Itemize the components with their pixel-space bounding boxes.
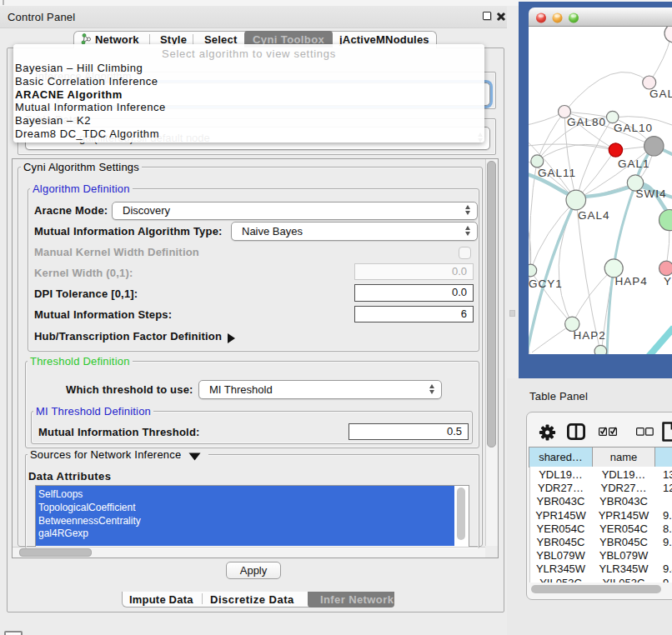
svg-text:SWI4: SWI4 [636,188,667,200]
svg-text:GAL11: GAL11 [538,167,576,179]
svg-text:YJ: YJ [664,275,672,288]
svg-text:GAL10: GAL10 [614,122,653,134]
svg-text:GCY1: GCY1 [529,278,563,290]
svg-text:GAL80: GAL80 [567,116,606,128]
svg-text:GAL2: GAL2 [649,88,672,100]
svg-text:HAP4: HAP4 [615,275,648,288]
svg-text:GAL1: GAL1 [618,158,650,170]
svg-text:GAL4: GAL4 [578,209,610,222]
svg-text:HAP2: HAP2 [574,329,606,342]
